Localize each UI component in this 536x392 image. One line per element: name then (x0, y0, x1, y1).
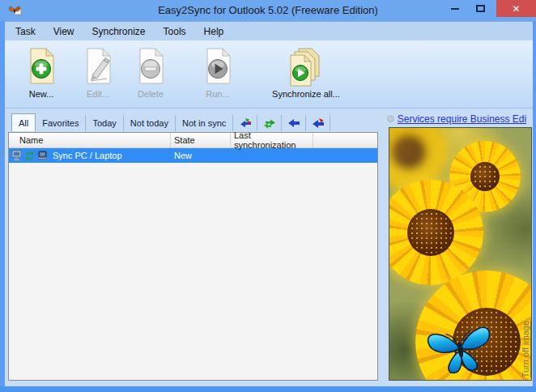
maximize-icon (476, 5, 485, 12)
filter-tabs: All Favorites Today Not today Not in syn… (11, 113, 330, 131)
tab-two-way-sync-icon[interactable] (233, 115, 257, 131)
desktop-pc-icon (11, 150, 23, 161)
turn-off-image-link[interactable]: Turn off image (521, 321, 530, 377)
row-name: Sync PC / Laptop (53, 151, 122, 160)
run-button: Run... (189, 48, 246, 99)
documents-sync-icon (264, 48, 348, 87)
services-link-row: ⚙ Services require Business Edi (386, 112, 534, 126)
new-button[interactable]: New... (13, 48, 70, 99)
document-play-icon (189, 48, 246, 87)
menu-tools[interactable]: Tools (155, 26, 195, 37)
list-header: Name State Last synchronization (9, 133, 377, 148)
tab-green-sync-arrows-icon[interactable] (257, 115, 282, 131)
synchronize-all-button[interactable]: Synchronize all... (264, 48, 348, 99)
gear-icon: ⚙ (386, 114, 395, 124)
edit-button-label: Edit... (70, 89, 126, 99)
close-button[interactable]: ✕ (496, 0, 536, 17)
sync-arrows-icon (24, 151, 35, 161)
window-border-left (0, 21, 5, 392)
laptop-icon (36, 151, 49, 161)
tab-blue-left-arrow-icon[interactable] (282, 115, 306, 131)
menu-synchronize[interactable]: Synchronize (83, 26, 154, 37)
column-header-state[interactable]: State (171, 133, 231, 147)
title-bar: Easy2Sync for Outlook 5.02 (Freeware Edi… (0, 0, 536, 21)
toolbar: New... Edit... (0, 40, 536, 109)
window-border-right (533, 21, 536, 392)
services-link[interactable]: Services require Business Edi (398, 113, 526, 125)
delete-button-label: Delete (122, 89, 179, 99)
minimize-button[interactable] (444, 0, 466, 17)
tab-today[interactable]: Today (86, 115, 123, 131)
run-button-label: Run... (189, 89, 246, 99)
task-list: Name State Last synchronization (8, 132, 378, 381)
tab-favorites[interactable]: Favorites (36, 115, 86, 131)
table-row[interactable]: Sync PC / Laptop New (9, 148, 377, 163)
tab-blue-left-arrow-red-icon[interactable] (306, 115, 330, 131)
app-window: Easy2Sync for Outlook 5.02 (Freeware Edi… (0, 0, 536, 392)
tab-not-in-sync[interactable]: Not in sync (176, 115, 233, 131)
document-add-icon (13, 48, 70, 87)
synchronize-all-button-label: Synchronize all... (264, 89, 348, 99)
row-icons (11, 150, 49, 161)
row-state: New (171, 151, 231, 160)
menu-view[interactable]: View (45, 26, 83, 37)
tab-not-today[interactable]: Not today (124, 115, 176, 131)
window-border-bottom (0, 386, 536, 392)
delete-button: Delete (122, 48, 179, 99)
menu-task[interactable]: Task (6, 26, 45, 37)
minimize-icon (451, 8, 459, 10)
document-pencil-icon (70, 48, 126, 87)
menu-help[interactable]: Help (195, 26, 233, 37)
maximize-button[interactable] (469, 0, 491, 17)
sunflower-large-left (389, 180, 483, 285)
column-header-last-synchronization[interactable]: Last synchronization (231, 133, 313, 147)
menu-bar: Task View Synchronize Tools Help (0, 21, 536, 40)
blue-butterfly-icon (420, 319, 502, 381)
edit-button: Edit... (70, 48, 126, 99)
sunflower-image: Turn off image (389, 127, 532, 381)
document-minus-icon (122, 48, 179, 87)
column-header-name[interactable]: Name (9, 133, 171, 147)
tab-all[interactable]: All (11, 113, 36, 131)
new-button-label: New... (13, 89, 70, 99)
